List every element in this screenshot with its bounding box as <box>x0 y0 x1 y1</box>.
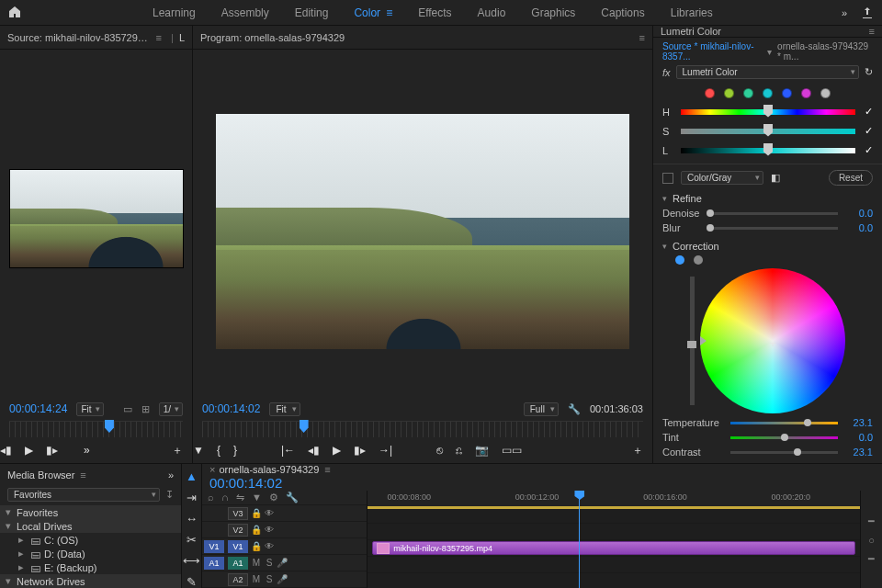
source-panel-menu-icon[interactable]: ≡ <box>156 32 162 43</box>
track-voice-a2-icon[interactable]: 🎤 <box>276 574 288 584</box>
source-step-fwd-icon[interactable]: ▮▸ <box>46 444 58 457</box>
source-add-button-icon[interactable]: ＋ <box>172 443 183 458</box>
zoom-handle-icon[interactable]: ○ <box>868 535 875 546</box>
track-solo-a2[interactable]: S <box>263 574 276 584</box>
denoise-slider[interactable] <box>710 212 838 215</box>
track-toggle-a1[interactable]: A1 <box>228 557 248 570</box>
hue-slider[interactable] <box>681 109 855 115</box>
timeline-playhead[interactable] <box>579 491 580 588</box>
source-patch-v1[interactable]: V1 <box>204 540 224 553</box>
source-panel-collapse-l[interactable]: L <box>179 32 185 43</box>
blur-slider[interactable] <box>710 227 838 230</box>
timeline-ruler[interactable]: 00:00:08:00 00:00:12:00 00:00:16:00 00:0… <box>368 491 860 507</box>
ws-tab-assembly[interactable]: Assembly <box>221 6 269 19</box>
lum-slider[interactable] <box>681 148 855 153</box>
step-back-icon[interactable]: ◂▮ <box>308 444 320 457</box>
timeline-panel-menu-icon[interactable]: ≡ <box>324 464 330 475</box>
zoom-slider-icon[interactable]: ━ <box>868 515 875 527</box>
magnet-icon[interactable]: ∩ <box>221 492 229 503</box>
correction-section-header[interactable]: Correction <box>662 241 873 252</box>
hue-keyframe-icon[interactable]: ✓ <box>865 106 873 118</box>
video-clip[interactable]: mikhail-nilov-8357295.mp4 <box>372 541 854 555</box>
tint-value[interactable]: 0.0 <box>845 432 873 443</box>
marker-icon[interactable]: ▼ <box>252 492 262 503</box>
lumetri-source-link[interactable]: Source * mikhail-nilov-8357... <box>662 41 762 62</box>
ws-tab-editing[interactable]: Editing <box>295 6 329 19</box>
track-toggle-v2[interactable]: V2 <box>228 524 248 537</box>
contrast-value[interactable]: 23.1 <box>845 447 873 458</box>
ws-tab-color[interactable]: Color <box>354 6 392 19</box>
track-output-v3-icon[interactable]: 👁 <box>263 508 276 518</box>
tree-local-drives[interactable]: ▾Local Drives <box>0 519 181 533</box>
media-browser-menu-icon[interactable]: ≡ <box>80 469 85 481</box>
mark-out-icon[interactable]: } <box>233 444 237 457</box>
settings-icon[interactable]: ⚙ <box>269 492 278 503</box>
color-wheel-level-slider[interactable] <box>690 277 695 405</box>
source-overflow-icon[interactable]: » <box>84 444 90 457</box>
snap-icon[interactable]: ⌕ <box>208 492 214 503</box>
source-plus-icon[interactable]: ⊞ <box>141 403 150 415</box>
track-output-v2-icon[interactable]: 👁 <box>263 525 276 535</box>
denoise-value[interactable]: 0.0 <box>845 208 873 219</box>
lumetri-reset-icon[interactable]: ↻ <box>865 66 873 78</box>
contrast-slider[interactable] <box>730 451 838 454</box>
step-fwd-icon[interactable]: ▮▸ <box>354 444 366 457</box>
program-button-editor-icon[interactable]: ＋ <box>632 443 643 458</box>
swatch-cyan[interactable] <box>763 88 773 98</box>
track-lock-v1-icon[interactable]: 🔒 <box>250 541 263 551</box>
pen-tool-icon[interactable]: ✎ <box>185 575 199 588</box>
source-monitor-viewport[interactable] <box>9 169 184 268</box>
swatch-gray[interactable] <box>820 88 831 98</box>
swatch-magenta[interactable] <box>801 88 811 98</box>
reset-button[interactable]: Reset <box>829 170 873 186</box>
track-lock-v2-icon[interactable]: 🔒 <box>250 525 263 535</box>
extract-icon[interactable]: ⎌ <box>456 444 462 457</box>
linked-selection-icon[interactable]: ⇋ <box>236 492 244 503</box>
timeline-viewport[interactable]: 00:00:08:00 00:00:12:00 00:00:16:00 00:0… <box>368 491 860 588</box>
source-play-icon[interactable]: ▶ <box>25 444 33 457</box>
comparison-view-icon[interactable]: ▭▭ <box>502 444 522 457</box>
swatch-yellow[interactable] <box>724 88 734 98</box>
lumetri-panel-menu-icon[interactable]: ≡ <box>869 26 875 37</box>
ws-tab-graphics[interactable]: Graphics <box>531 6 575 19</box>
correction-mode-gray-icon[interactable] <box>694 255 703 265</box>
track-solo-a1[interactable]: S <box>263 558 276 568</box>
export-icon[interactable] <box>860 6 875 20</box>
source-step-back-icon[interactable]: ◂▮ <box>0 444 12 457</box>
tree-network[interactable]: ▾Network Drives <box>0 574 181 588</box>
source-fit-dropdown[interactable]: Fit <box>76 402 103 416</box>
export-frame-icon[interactable]: 📷 <box>475 444 489 457</box>
source-patch-a1[interactable]: A1 <box>204 557 224 570</box>
wrench-icon[interactable]: 🔧 <box>286 492 299 503</box>
program-monitor-viewport[interactable] <box>216 114 629 349</box>
home-icon[interactable] <box>7 5 24 21</box>
tree-drive-c[interactable]: ▸🖴C: (OS) <box>0 533 181 547</box>
go-to-out-icon[interactable]: →| <box>379 444 392 457</box>
lift-icon[interactable]: ⎋ <box>436 444 443 457</box>
program-timecode[interactable]: 00:00:14:02 <box>202 402 260 415</box>
tint-slider[interactable] <box>730 436 838 439</box>
ws-tab-learning[interactable]: Learning <box>153 6 196 19</box>
timeline-sequence-tab[interactable]: ornella-salas-9794329 <box>219 464 319 475</box>
track-lock-v3-icon[interactable]: 🔒 <box>250 508 263 518</box>
program-res-dropdown[interactable]: Full <box>524 402 559 416</box>
add-marker-icon[interactable]: ▼ <box>193 444 204 457</box>
ingest-icon[interactable]: ↧ <box>165 489 174 501</box>
play-icon[interactable]: ▶ <box>333 444 341 457</box>
timeline-timecode[interactable]: 00:00:14:02 <box>209 475 282 491</box>
track-toggle-v1[interactable]: V1 <box>228 540 248 553</box>
slip-tool-icon[interactable]: ⟷ <box>185 554 199 568</box>
go-to-in-icon[interactable]: |← <box>281 444 295 457</box>
tree-drive-d[interactable]: ▸🖴D: (Data) <box>0 547 181 560</box>
tree-favorites[interactable]: ▾Favorites <box>0 505 181 519</box>
ws-tab-libraries[interactable]: Libraries <box>671 6 713 19</box>
track-mute-a1[interactable]: M <box>250 558 263 568</box>
media-browser-overflow-icon[interactable]: » <box>168 469 174 481</box>
workspace-overflow-icon[interactable]: » <box>842 7 847 18</box>
track-toggle-a2[interactable]: A2 <box>228 573 248 586</box>
lumetri-effect-dropdown[interactable]: Lumetri Color <box>676 65 859 79</box>
source-toggle-icon[interactable]: ▭ <box>123 403 132 415</box>
program-fit-dropdown[interactable]: Fit <box>269 402 300 416</box>
color-gray-checkbox[interactable] <box>662 173 673 184</box>
swatch-blue[interactable] <box>782 88 792 98</box>
